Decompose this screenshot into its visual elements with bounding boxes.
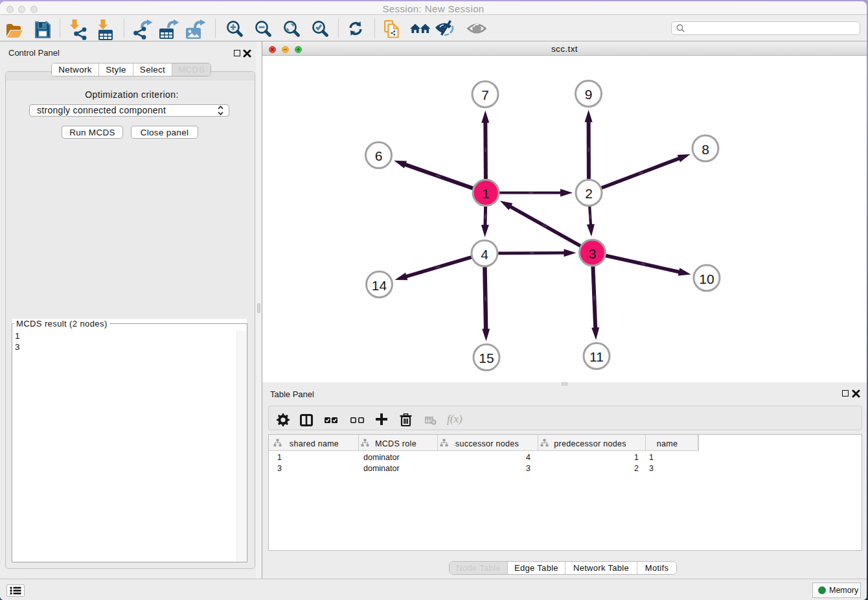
svg-text:2: 2 [585, 186, 593, 201]
svg-text:9: 9 [585, 87, 593, 102]
svg-text:3: 3 [589, 246, 597, 261]
svg-text:8: 8 [702, 142, 709, 157]
svg-text:11: 11 [589, 349, 604, 364]
svg-text:7: 7 [481, 87, 489, 102]
svg-text:1: 1 [482, 186, 490, 201]
svg-text:6: 6 [375, 148, 383, 163]
svg-text:4: 4 [481, 247, 488, 262]
svg-text:14: 14 [372, 278, 387, 293]
svg-text:10: 10 [699, 271, 714, 286]
svg-text:15: 15 [479, 351, 494, 365]
